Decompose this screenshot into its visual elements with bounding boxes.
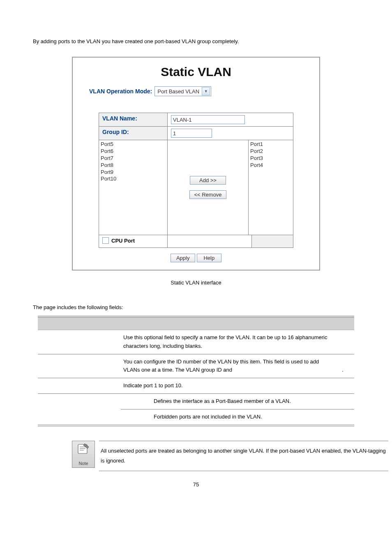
list-item[interactable]: Port7 xyxy=(101,155,166,162)
page-number: 75 xyxy=(33,481,359,488)
list-item[interactable]: Port8 xyxy=(101,162,166,169)
vlan-operation-mode-select[interactable]: Port Based VLAN ▼ xyxy=(154,86,211,96)
member-description: Defines the interface as a Port-Based me… xyxy=(121,393,354,409)
config-table: VLAN Name: Group ID: Port5 Port6 Port7 xyxy=(99,113,293,248)
group-id-description: You can configure the ID number of the V… xyxy=(121,354,354,378)
mode-value: Port Based VLAN xyxy=(157,88,199,95)
note-block: Note All unselected ports are treated as… xyxy=(72,441,388,471)
mode-label: VLAN Operation Mode: xyxy=(89,88,152,95)
list-item[interactable]: Port9 xyxy=(101,169,166,176)
vlan-operation-mode-row: VLAN Operation Mode: Port Based VLAN ▼ xyxy=(89,86,307,96)
cpu-port-label: CPU Port xyxy=(111,238,135,244)
apply-button[interactable]: Apply xyxy=(171,254,195,262)
add-button[interactable]: Add >> xyxy=(190,176,226,185)
panel-title: Static VLAN xyxy=(85,65,307,79)
fields-table: Use this optional field to specify a nam… xyxy=(38,316,354,426)
list-item[interactable]: Port6 xyxy=(101,148,166,155)
list-item[interactable]: Port4 xyxy=(250,162,291,169)
forbidden-description: Forbidden ports are not included in the … xyxy=(121,409,354,425)
vlan-name-input[interactable] xyxy=(171,115,245,124)
note-text: All unselected ports are treated as belo… xyxy=(99,441,388,471)
remove-button[interactable]: << Remove xyxy=(189,190,226,199)
note-icon: Note xyxy=(72,441,95,468)
help-button[interactable]: Help xyxy=(197,254,221,262)
selected-ports-list[interactable]: Port1 Port2 Port3 Port4 xyxy=(249,140,293,235)
vlan-name-description: Use this optional field to specify a nam… xyxy=(121,330,354,354)
chevron-down-icon: ▼ xyxy=(202,87,210,95)
group-id-label: Group ID: xyxy=(99,127,168,140)
figure-caption: Static VLAN interface xyxy=(33,280,359,286)
group-id-input[interactable] xyxy=(171,129,212,138)
list-item[interactable]: Port1 xyxy=(250,141,291,148)
note-label: Note xyxy=(78,461,88,466)
checkbox-icon xyxy=(102,237,109,244)
list-item[interactable]: Port5 xyxy=(101,141,166,148)
static-vlan-panel: Static VLAN VLAN Operation Mode: Port Ba… xyxy=(72,57,320,271)
fields-intro: The page includes the following fields: xyxy=(33,304,359,310)
intro-text: By adding ports to the VLAN you have cre… xyxy=(33,38,359,44)
vlan-name-label: VLAN Name: xyxy=(99,113,168,127)
list-item[interactable]: Port3 xyxy=(250,155,291,162)
port-description: Indicate port 1 to port 10. xyxy=(121,378,354,394)
list-item[interactable]: Port10 xyxy=(101,176,166,183)
available-ports-list[interactable]: Port5 Port6 Port7 Port8 Port9 Port10 xyxy=(99,140,167,233)
list-item[interactable]: Port2 xyxy=(250,148,291,155)
cpu-port-checkbox[interactable]: CPU Port xyxy=(102,237,164,244)
